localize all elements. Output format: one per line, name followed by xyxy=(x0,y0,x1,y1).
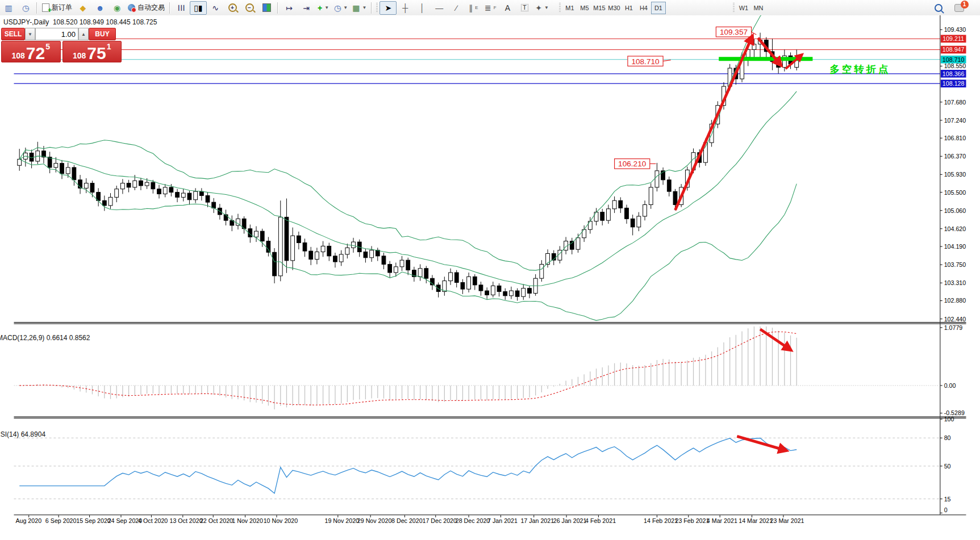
zoom-out-button[interactable]: − xyxy=(241,1,258,15)
tile-windows-button[interactable] xyxy=(258,1,275,15)
svg-text:多空转折点: 多空转折点 xyxy=(830,64,891,75)
svg-text:104.620: 104.620 xyxy=(944,225,966,232)
tab-timeframe-M5[interactable]: M5 xyxy=(577,2,592,14)
svg-text:4 Mar 2021: 4 Mar 2021 xyxy=(707,517,737,524)
svg-text:22 Oct 2020: 22 Oct 2020 xyxy=(200,517,233,524)
chart-shift-button[interactable]: ⇥ xyxy=(298,1,315,15)
chart-shift-icon: ⇥ xyxy=(303,4,310,12)
auto-scroll-icon: ↦ xyxy=(286,4,293,12)
buy-button[interactable]: BUY xyxy=(89,28,116,40)
svg-text:23 Feb 2021: 23 Feb 2021 xyxy=(675,517,709,524)
trendline-tool-button[interactable]: ∕ xyxy=(448,1,465,15)
metaeditor-button[interactable]: ◆ xyxy=(74,1,91,15)
crosshair-icon: ┼ xyxy=(402,4,408,12)
toolbar-separator xyxy=(277,2,278,14)
chart-symbol-period: USDJPY-,Daily xyxy=(3,18,49,26)
vertical-line-tool-button[interactable]: │ xyxy=(414,1,431,15)
shapes-tool-button[interactable]: ✦▼ xyxy=(533,1,551,15)
chart-canvas[interactable]: Aug 20206 Sep 202015 Sep 202024 Sep 2020… xyxy=(0,15,980,540)
market-watch-button[interactable]: ☻ xyxy=(91,1,109,15)
svg-text:4 Feb 2021: 4 Feb 2021 xyxy=(585,517,616,524)
svg-text:108.128: 108.128 xyxy=(943,80,965,87)
svg-text:14 Feb 2021: 14 Feb 2021 xyxy=(644,517,678,524)
buy-price-panel[interactable]: 108751 xyxy=(62,41,122,62)
new-order-button[interactable]: 新订单 xyxy=(40,1,74,15)
svg-text:109.211: 109.211 xyxy=(943,35,964,42)
crosshair-tool-button[interactable]: ┼ xyxy=(397,1,414,15)
channel-icon: ∥ xyxy=(469,4,473,12)
main-toolbar: ▥ ◷ 新订单 ◆ ☻ ◉ 自动交易 ☰ ▯▮ ∿ + − ↦ ⇥ +▼ ◷▼ … xyxy=(0,0,980,16)
svg-text:7 Jan 2021: 7 Jan 2021 xyxy=(487,517,518,524)
bar-chart-mode-button[interactable]: ☰ xyxy=(173,1,190,15)
timeframe-group: M1M5M15M30H1H4D1 xyxy=(562,2,666,14)
text-tool-button[interactable]: A xyxy=(499,1,516,15)
search-button[interactable] xyxy=(930,1,947,15)
macd-indicator-label: MACD(12,26,9) 0.6614 0.8562 xyxy=(0,334,90,342)
zoom-out-icon: − xyxy=(245,3,254,12)
candlestick-icon: ▯▮ xyxy=(194,4,202,12)
auto-scroll-button[interactable]: ↦ xyxy=(281,1,298,15)
volume-increase-stepper[interactable]: ▲ xyxy=(78,28,89,40)
svg-text:10 Nov 2020: 10 Nov 2020 xyxy=(264,517,298,524)
window-icon: ▥ xyxy=(5,4,12,12)
dropdown-arrow-icon: ▼ xyxy=(343,6,348,10)
svg-text:106.370: 106.370 xyxy=(944,153,966,160)
svg-text:6 Sep 2020: 6 Sep 2020 xyxy=(45,517,77,524)
text-label-tool-button[interactable]: T xyxy=(516,1,533,15)
sell-price-prefix: 108 xyxy=(11,52,24,60)
svg-text:102.440: 102.440 xyxy=(944,316,966,323)
search-icon xyxy=(935,4,943,12)
buy-price-big: 75 xyxy=(87,46,106,61)
chart-window-button[interactable]: ▥ xyxy=(0,1,17,15)
sell-button[interactable]: SELL xyxy=(1,28,25,40)
svg-text:105.500: 105.500 xyxy=(944,189,966,196)
volume-decrease-stepper[interactable]: ▼ xyxy=(25,28,35,40)
periods-button[interactable]: ◷▼ xyxy=(332,1,350,15)
fibonacci-tool-button[interactable]: ≣F xyxy=(482,1,499,15)
svg-text:109.357: 109.357 xyxy=(720,28,748,36)
svg-text:13 Oct 2020: 13 Oct 2020 xyxy=(169,517,202,524)
tab-timeframe-D1[interactable]: D1 xyxy=(651,2,666,14)
line-chart-mode-button[interactable]: ∿ xyxy=(207,1,224,15)
svg-text:109.430: 109.430 xyxy=(944,26,966,33)
svg-text:50: 50 xyxy=(944,463,951,470)
toolbar-grip xyxy=(559,3,561,13)
svg-text:103.750: 103.750 xyxy=(944,261,966,268)
tick-chart-button[interactable]: ◷ xyxy=(17,1,34,15)
tab-timeframe-H1[interactable]: H1 xyxy=(622,2,636,14)
toolbar-grip xyxy=(733,3,735,13)
candlestick-mode-button[interactable]: ▯▮ xyxy=(190,1,207,15)
horizontal-line-tool-button[interactable]: — xyxy=(431,1,448,15)
chart-ohlc-values: 108.520 108.949 108.445 108.725 xyxy=(53,18,157,26)
sell-price-panel[interactable]: 108725 xyxy=(1,41,61,62)
indicators-button[interactable]: +▼ xyxy=(315,1,332,15)
signals-button[interactable]: ◉ xyxy=(109,1,126,15)
svg-text:105.930: 105.930 xyxy=(944,171,966,178)
cursor-icon: ➤ xyxy=(385,4,391,12)
rsi-indicator-label: RSI(14) 64.8904 xyxy=(0,430,45,438)
tab-timeframe-W1[interactable]: W1 xyxy=(736,2,751,14)
cursor-tool-button[interactable]: ➤ xyxy=(380,1,397,15)
text-icon: A xyxy=(505,4,510,12)
dropdown-arrow-icon: ▼ xyxy=(544,6,549,10)
tab-timeframe-M1[interactable]: M1 xyxy=(562,2,577,14)
bar-chart-icon: ☰ xyxy=(177,4,185,11)
tab-timeframe-MN[interactable]: MN xyxy=(751,2,766,14)
tab-timeframe-M30[interactable]: M30 xyxy=(607,2,622,14)
templates-button[interactable]: ▦▼ xyxy=(350,1,369,15)
metaeditor-icon: ◆ xyxy=(80,4,86,12)
fibonacci-icon: ≣ xyxy=(485,4,491,12)
svg-text:106.210: 106.210 xyxy=(618,160,647,168)
svg-text:102.880: 102.880 xyxy=(944,297,966,304)
zoom-in-button[interactable]: + xyxy=(224,1,241,15)
tab-timeframe-H4[interactable]: H4 xyxy=(636,2,651,14)
toolbar-separator xyxy=(169,2,170,14)
new-order-label: 新订单 xyxy=(52,3,72,12)
notifications-button[interactable]: 1 xyxy=(950,1,968,15)
channel-tool-button[interactable]: ∥E xyxy=(465,1,482,15)
svg-text:26 Jan 2021: 26 Jan 2021 xyxy=(553,517,587,524)
svg-text:28 Dec 2020: 28 Dec 2020 xyxy=(456,517,490,524)
autotrading-button[interactable]: 自动交易 xyxy=(126,1,167,15)
tab-timeframe-M15[interactable]: M15 xyxy=(592,2,607,14)
volume-input[interactable] xyxy=(35,28,78,40)
